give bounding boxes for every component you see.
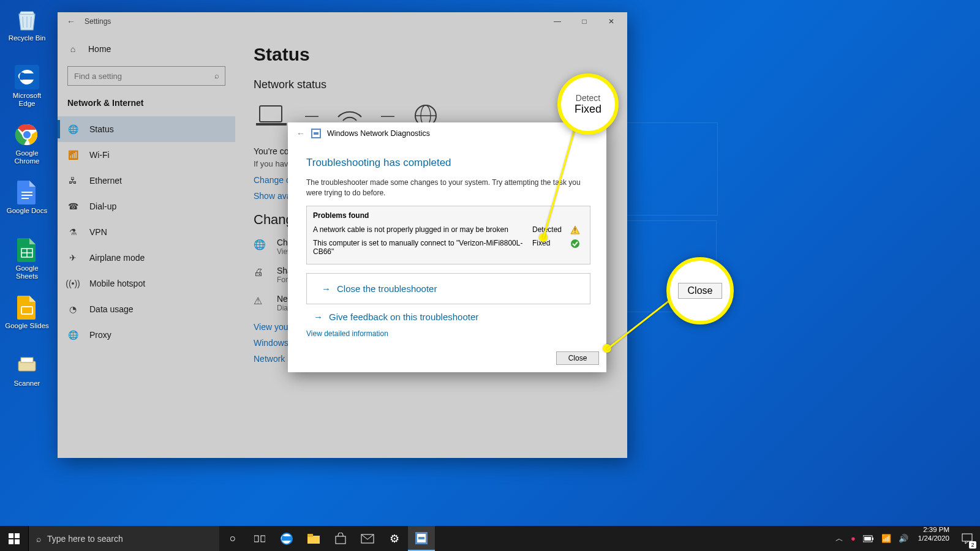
status-icon: 🌐 [67, 124, 78, 134]
svg-rect-4 [21, 192, 32, 193]
desktop-icon-sheets[interactable]: Google Sheets [4, 234, 50, 284]
view-detailed-info-link[interactable]: View detailed information [306, 326, 590, 338]
desktop-icon-slides[interactable]: Google Slides [4, 291, 50, 342]
give-feedback-action[interactable]: →Give feedback on this troubleshooter [306, 308, 590, 326]
dialup-icon: ☎ [67, 201, 78, 211]
tray-volume-icon[interactable]: 🔊 [899, 534, 908, 543]
taskbar-file-explorer[interactable] [300, 526, 327, 551]
nav-ethernet[interactable]: 🖧Ethernet [58, 168, 235, 193]
problems-found-box: Problems found A network cable is not pr… [306, 206, 590, 264]
start-button[interactable] [0, 526, 28, 551]
troubleshooter-dialog: ← Windows Network Diagnostics Troublesho… [288, 122, 606, 372]
problems-found-header: Problems found [313, 211, 584, 220]
nav-label: Wi-Fi [89, 150, 110, 160]
svg-rect-13 [260, 106, 282, 122]
svg-rect-12 [21, 358, 33, 362]
nav-vpn[interactable]: ⚗VPN [58, 219, 235, 245]
desktop-icon-label: Scanner [14, 380, 40, 388]
tray-chevron-up-icon[interactable]: ︿ [835, 533, 843, 544]
desktop-icon-edge[interactable]: Microsoft Edge [4, 61, 50, 111]
vpn-icon: ⚗ [67, 227, 78, 237]
recycle-bin-icon [13, 6, 40, 33]
action-label: Give feedback on this troubleshooter [329, 312, 478, 322]
check-icon [570, 239, 584, 249]
taskbar-clock[interactable]: 2:39 PM 1/24/2020 [913, 526, 954, 551]
chrome-icon [13, 121, 40, 148]
cortana-button[interactable]: ○ [219, 526, 246, 551]
share-icon: 🖨 [254, 266, 268, 284]
svg-rect-33 [336, 536, 345, 544]
callout-top-text: Detect [576, 93, 600, 103]
svg-rect-21 [314, 132, 318, 135]
settings-sidebar: ⌂ Home ⌕ Network & Internet 🌐Status 📶Wi-… [58, 31, 235, 458]
nav-hotspot[interactable]: ((•))Mobile hotspot [58, 271, 235, 296]
arrow-right-icon: → [322, 283, 331, 294]
system-tray[interactable]: ︿ ● 📶 🔊 [831, 526, 913, 551]
wifi-icon: 📶 [67, 150, 78, 160]
desktop-icon-chrome[interactable]: Google Chrome [4, 119, 50, 169]
warning-icon: ! [570, 225, 584, 235]
taskbar: ⌕ Type here to search ○ ⚙ ︿ ● 📶 🔊 2:39 P… [0, 526, 980, 551]
nav-proxy[interactable]: 🌐Proxy [58, 322, 235, 348]
titlebar: ← Settings — □ ✕ [58, 12, 627, 31]
dash-icon: — [305, 108, 318, 124]
nav-airplane[interactable]: ✈Airplane mode [58, 245, 235, 271]
svg-rect-24 [9, 533, 13, 538]
nav-dialup[interactable]: ☎Dial-up [58, 193, 235, 219]
close-window-button[interactable]: ✕ [598, 13, 625, 30]
taskbar-edge[interactable] [273, 526, 300, 551]
nav-wifi[interactable]: 📶Wi-Fi [58, 142, 235, 168]
minimize-button[interactable]: — [544, 13, 571, 30]
globe-small-icon: 🌐 [254, 238, 268, 256]
nav-label: Ethernet [89, 176, 122, 186]
desktop-icon-recycle-bin[interactable]: Recycle Bin [4, 4, 50, 54]
home-nav[interactable]: ⌂ Home [58, 37, 235, 61]
task-view-button[interactable] [246, 526, 273, 551]
close-troubleshooter-action[interactable]: →Close the troubleshooter [306, 273, 590, 304]
taskbar-diagnostics[interactable] [408, 526, 435, 551]
svg-rect-40 [864, 537, 871, 541]
diagnostics-icon [311, 129, 321, 138]
dialog-back-button[interactable]: ← [296, 129, 305, 138]
window-title: Settings [82, 17, 111, 26]
desktop-icon-label: Google Slides [5, 322, 49, 330]
problem-status: Detected [532, 225, 570, 234]
svg-rect-27 [15, 539, 20, 544]
back-button[interactable]: ← [60, 17, 82, 26]
home-icon: ⌂ [67, 44, 78, 54]
action-center-button[interactable]: 2 [954, 526, 980, 551]
clock-date: 1/24/2020 [918, 534, 949, 543]
nav-label: Status [89, 124, 114, 134]
section-network-status: Network status [254, 78, 609, 91]
callout-close-button-preview: Close [678, 283, 722, 299]
airplane-icon: ✈ [67, 253, 78, 263]
settings-category: Network & Internet [58, 94, 235, 116]
nav-status[interactable]: 🌐Status [58, 116, 235, 142]
nav-datausage[interactable]: ◔Data usage [58, 296, 235, 322]
taskbar-search[interactable]: ⌕ Type here to search [28, 526, 219, 551]
settings-search-input[interactable] [67, 66, 225, 86]
tray-security-icon[interactable]: ● [851, 534, 856, 543]
home-label: Home [88, 44, 111, 54]
maximize-button[interactable]: □ [571, 13, 598, 30]
page-title: Status [254, 44, 609, 65]
desktop-icons: Recycle Bin Microsoft Edge Google Chrome… [4, 4, 53, 407]
desktop-icon-scanner[interactable]: Scanner [4, 349, 50, 399]
tray-battery-icon[interactable] [863, 535, 874, 542]
svg-rect-6 [21, 198, 29, 199]
taskbar-settings[interactable]: ⚙ [381, 526, 408, 551]
svg-rect-14 [256, 123, 287, 126]
edge-icon [13, 64, 40, 91]
tray-wifi-icon[interactable]: 📶 [881, 534, 891, 543]
taskbar-store[interactable] [327, 526, 354, 551]
svg-point-23 [571, 239, 579, 248]
desktop-icon-docs[interactable]: Google Docs [4, 176, 50, 227]
arrow-right-icon: → [314, 312, 323, 322]
taskbar-mail[interactable] [354, 526, 381, 551]
dialog-close-button[interactable]: Close [556, 351, 599, 365]
problem-text: A network cable is not properly plugged … [313, 225, 532, 234]
action-label: Close the troubleshooter [337, 283, 437, 294]
dialog-subtitle: The troubleshooter made some changes to … [306, 178, 590, 198]
nav-label: Data usage [89, 304, 134, 314]
svg-rect-26 [9, 539, 13, 544]
